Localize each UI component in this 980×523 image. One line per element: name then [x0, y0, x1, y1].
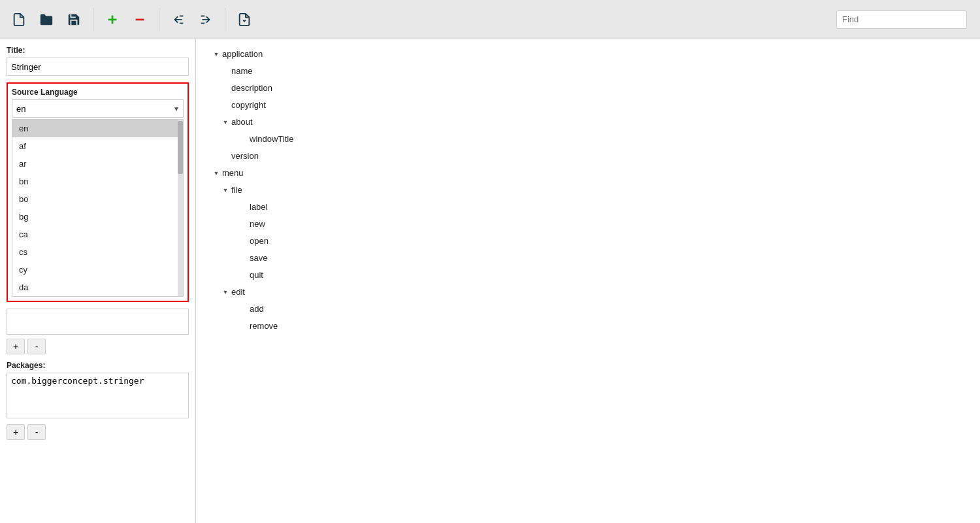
tree-label-name: name — [230, 63, 253, 79]
target-language-list — [7, 309, 189, 335]
lang-option-en[interactable]: en — [12, 120, 178, 137]
remove-item-button[interactable] — [127, 8, 152, 31]
add-language-button[interactable]: + — [7, 339, 25, 354]
tree-row-edit-remove[interactable]: remove — [203, 318, 973, 335]
tree-toggle-menu[interactable] — [212, 169, 221, 178]
lang-add-remove-buttons: + - — [7, 339, 189, 354]
tree-row-edit[interactable]: edit — [203, 284, 973, 301]
left-panel: Title: Source Language ▼ en af ar bn bo … — [0, 39, 196, 523]
lang-option-bg[interactable]: bg — [12, 208, 178, 226]
dropdown-items: en af ar bn bo bg ca cs cy da — [12, 120, 178, 296]
tree-row-edit-add[interactable]: add — [203, 301, 973, 318]
tree-label-file-new: new — [248, 216, 265, 232]
pkg-add-remove-buttons: + - — [7, 424, 189, 440]
tree-label-windowtitle: windowTitle — [248, 131, 293, 147]
tree-node-edit: edit add remove — [203, 284, 973, 335]
source-language-input[interactable] — [12, 99, 184, 118]
tree-row-file-save[interactable]: save — [203, 250, 973, 267]
add-item-button[interactable] — [100, 8, 125, 31]
remove-language-button[interactable]: - — [27, 339, 46, 354]
tree-row-version[interactable]: version — [203, 148, 973, 165]
tree-row-file-quit[interactable]: quit — [203, 267, 973, 284]
tree-node-file: file label new open — [203, 182, 973, 284]
open-folder-button[interactable] — [34, 8, 59, 31]
tree-label-file-save: save — [248, 250, 267, 266]
tree-row-windowtitle[interactable]: windowTitle — [203, 131, 973, 148]
tree-toggle-file[interactable] — [221, 186, 230, 195]
tree-label-file: file — [230, 182, 242, 198]
indent-decrease-button[interactable] — [166, 8, 191, 31]
tree-label-version: version — [230, 148, 259, 164]
tree-row-file[interactable]: file — [203, 182, 973, 199]
right-panel: application name description — [196, 39, 980, 523]
lang-option-ar[interactable]: ar — [12, 155, 178, 173]
tree-label-menu: menu — [221, 165, 244, 181]
tree-label-application: application — [221, 46, 263, 62]
tree-row-file-open[interactable]: open — [203, 233, 973, 250]
tree-row-application[interactable]: application — [203, 46, 973, 63]
tree-label-description: description — [230, 80, 272, 96]
tree-label-edit-remove: remove — [248, 318, 278, 334]
toolbar — [0, 0, 980, 39]
tree-row-file-new[interactable]: new — [203, 216, 973, 233]
language-dropdown: en af ar bn bo bg ca cs cy da — [12, 119, 184, 297]
tree-label-file-label: label — [248, 199, 267, 215]
tree-node-application: application name description — [203, 46, 973, 165]
lang-option-cs[interactable]: cs — [12, 243, 178, 261]
lang-option-da[interactable]: da — [12, 278, 178, 296]
indent-increase-button[interactable] — [193, 8, 218, 31]
packages-label: Packages: — [7, 361, 189, 370]
tree-row-name[interactable]: name — [203, 63, 973, 80]
tree-row-copyright[interactable]: copyright — [203, 97, 973, 114]
tree-toggle-application[interactable] — [212, 50, 221, 59]
lang-option-cy[interactable]: cy — [12, 261, 178, 278]
source-language-select-wrapper: ▼ — [12, 99, 184, 118]
tree-node-about: about windowTitle — [203, 114, 973, 148]
separator-2 — [159, 8, 159, 31]
tree-row-menu[interactable]: menu — [203, 165, 973, 182]
title-label: Title: — [7, 46, 189, 55]
tree-label-copyright: copyright — [230, 97, 266, 113]
export-button[interactable] — [232, 8, 257, 31]
new-file-button[interactable] — [7, 8, 31, 31]
packages-textarea[interactable]: com.biggerconcept.stringer — [7, 373, 189, 418]
remove-package-button[interactable]: - — [27, 424, 46, 440]
title-input[interactable] — [7, 58, 189, 76]
lang-option-ca[interactable]: ca — [12, 226, 178, 243]
save-button[interactable] — [61, 8, 86, 31]
source-language-container: Source Language ▼ en af ar bn bo bg ca c… — [7, 82, 189, 302]
tree-container: application name description — [196, 46, 980, 335]
tree-label-file-quit: quit — [248, 267, 263, 283]
tree-node-menu: menu file label — [203, 165, 973, 335]
tree-label-edit-add: add — [248, 301, 264, 317]
add-package-button[interactable]: + — [7, 424, 25, 440]
tree-row-file-label[interactable]: label — [203, 199, 973, 216]
find-input[interactable] — [836, 10, 967, 29]
tree-label-file-open: open — [248, 233, 269, 249]
separator-1 — [93, 8, 93, 31]
dropdown-scrollbar[interactable] — [178, 120, 183, 296]
lang-option-bn[interactable]: bn — [12, 173, 178, 190]
tree-toggle-edit[interactable] — [221, 288, 230, 297]
lang-option-af[interactable]: af — [12, 137, 178, 155]
tree-label-about: about — [230, 114, 253, 130]
tree-label-edit: edit — [230, 284, 245, 300]
source-language-label: Source Language — [12, 88, 184, 97]
separator-3 — [225, 8, 225, 31]
main-layout: Title: Source Language ▼ en af ar bn bo … — [0, 39, 980, 523]
scrollbar-thumb — [178, 121, 183, 174]
tree-toggle-about[interactable] — [221, 118, 230, 127]
tree-row-about[interactable]: about — [203, 114, 973, 131]
lang-option-bo[interactable]: bo — [12, 190, 178, 208]
tree-row-description[interactable]: description — [203, 80, 973, 97]
